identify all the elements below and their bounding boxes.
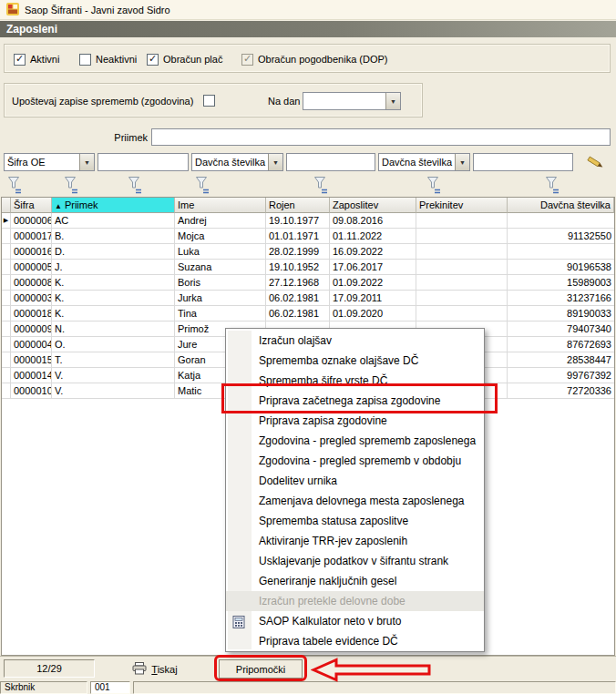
- column-header-davcna[interactable]: Davčna številka: [508, 198, 614, 213]
- statusbar-spacer: [133, 681, 616, 694]
- menu-item-label: Sprememba statusa zaposlitve: [259, 515, 408, 527]
- menu-item[interactable]: Generiranje naključnih gesel: [226, 571, 484, 591]
- app-icon: [6, 3, 19, 17]
- checkbox-neaktivni[interactable]: Neaktivni: [79, 53, 137, 66]
- menu-item[interactable]: Izračun olajšav: [226, 331, 484, 351]
- header-selector: [2, 198, 11, 213]
- table-cell: Andrej: [175, 213, 266, 229]
- menu-item-label: Zgodovina - pregled sprememb zaposlenega: [259, 434, 476, 447]
- table-row[interactable]: 0000016D.Luka28.02.199916.09.2022: [2, 244, 614, 260]
- table-cell: V.: [52, 383, 175, 399]
- column-filter-select-2[interactable]: Davčna številka: [191, 153, 283, 171]
- history-checkbox[interactable]: [203, 95, 215, 107]
- chevron-down-icon: [79, 154, 94, 170]
- menu-item-label: SAOP Kalkulator neto v bruto: [259, 615, 402, 628]
- table-cell: 90196538: [508, 260, 614, 275]
- table-cell: 17.06.2017: [330, 260, 416, 275]
- filter-funnel-icon[interactable]: [426, 176, 441, 194]
- menu-item[interactable]: Dodelitev urnika: [226, 471, 484, 491]
- table-row[interactable]: 0000017B.Mojca01.01.197101.11.2022911325…: [2, 229, 614, 244]
- table-cell: 99767392: [508, 368, 614, 383]
- table-cell: K.: [52, 306, 175, 321]
- table-cell: O.: [52, 337, 175, 352]
- checkbox-aktivni[interactable]: Aktivni: [14, 53, 59, 66]
- statusbar-user: Skrbnik: [0, 681, 87, 694]
- footer-bar: 12/29 Tiskaj Pripomočki: [0, 656, 616, 681]
- filter-funnel-icon[interactable]: [313, 176, 328, 194]
- column-header-label: Zaposlitev: [333, 199, 378, 210]
- column-filter-input-2[interactable]: [286, 153, 375, 171]
- table-cell: 31237166: [508, 291, 614, 306]
- table-cell: Suzana: [175, 260, 266, 275]
- column-filter-input-3[interactable]: [473, 153, 573, 171]
- table-cell: 0000010: [11, 383, 52, 399]
- table-cell: 0000017: [11, 229, 52, 244]
- menu-item[interactable]: Zgodovina - pregled sprememb v obdobju: [226, 451, 484, 471]
- titlebar: Saop Šifranti - Javni zavod Sidro: [0, 0, 616, 20]
- row-selector-cell: [2, 291, 11, 306]
- table-cell: 79407340: [508, 321, 614, 337]
- annotation-box-menu-item: [221, 383, 498, 413]
- column-header-priimek[interactable]: ▲Priimek: [52, 198, 175, 213]
- filter-funnel-icon[interactable]: [545, 176, 560, 194]
- checkbox-label: Neaktivni: [96, 54, 137, 65]
- menu-item[interactable]: Sprememba oznake olajšave DČ: [226, 351, 484, 371]
- filter-funnel-icon[interactable]: [64, 176, 78, 194]
- table-cell: 0000014: [11, 368, 52, 383]
- table-row[interactable]: 0000003K.Jurka06.02.198117.09.2011312371…: [2, 291, 614, 306]
- menu-item[interactable]: Priprava zapisa zgodovine: [226, 411, 484, 431]
- priimek-input[interactable]: [151, 128, 611, 146]
- table-cell: B.: [52, 229, 175, 244]
- table-cell: K.: [52, 291, 175, 306]
- menu-item[interactable]: Zamenjava delovnega mesta zaposlenega: [226, 491, 484, 511]
- table-cell: Luka: [175, 244, 266, 260]
- table-cell: 09.08.2016: [330, 213, 416, 229]
- statusbar-code: 001: [90, 681, 130, 694]
- pencil-icon[interactable]: [584, 155, 606, 170]
- app-window: Saop Šifranti - Javni zavod Sidro Zaposl…: [0, 0, 616, 694]
- table-row[interactable]: ▶0000006ACAndrej19.10.197709.08.2016: [2, 213, 614, 229]
- annotation-arrow: [311, 658, 433, 682]
- menu-item[interactable]: SAOP Kalkulator neto v bruto: [226, 611, 484, 631]
- column-header-label: Šifra: [14, 199, 35, 210]
- table-cell: N.: [52, 321, 175, 337]
- filter-funnel-icon[interactable]: [128, 176, 142, 194]
- table-cell: T.: [52, 352, 175, 368]
- table-cell: 28.02.1999: [266, 244, 330, 260]
- table-cell: 01.01.1971: [266, 229, 330, 244]
- column-filter-select-3[interactable]: Davčna številka: [378, 153, 470, 171]
- menu-item[interactable]: Priprava tabele evidence DČ: [226, 631, 484, 651]
- menu-item-label: Sprememba oznake olajšave DČ: [259, 354, 418, 367]
- row-selector-cell: ▶: [2, 213, 11, 229]
- column-header-sifra[interactable]: Šifra: [11, 198, 52, 213]
- table-row[interactable]: 0000008K.Boris27.12.196801.09.2022159890…: [2, 275, 614, 291]
- row-selector-cell: [2, 368, 11, 383]
- column-header-zaposlitev[interactable]: Zaposlitev: [330, 198, 416, 213]
- history-label: Upoštevaj zapise sprememb (zgodovina): [12, 96, 193, 107]
- table-cell: [416, 306, 508, 321]
- column-header-ime[interactable]: Ime: [175, 198, 266, 213]
- filter-funnel-icon[interactable]: [195, 176, 210, 194]
- checkbox-obracun-plac[interactable]: Obračun plač: [147, 53, 222, 66]
- menu-item[interactable]: Usklajevanje podatkov v šifrantu strank: [226, 551, 484, 571]
- column-header-rojen[interactable]: Rojen: [266, 198, 330, 213]
- table-row[interactable]: 0000005J.Suzana19.10.195217.06.201790196…: [2, 260, 614, 275]
- menu-item[interactable]: Zgodovina - pregled sprememb zaposlenega: [226, 431, 484, 451]
- column-header-prekinitev[interactable]: Prekinitev: [416, 198, 508, 213]
- column-filter-select-1[interactable]: Šifra OE: [4, 153, 95, 171]
- menu-item[interactable]: Sprememba statusa zaposlitve: [226, 511, 484, 531]
- column-header-label: Ime: [178, 199, 194, 210]
- menu-item[interactable]: Aktiviranje TRR-jev zaposlenih: [226, 531, 484, 551]
- menu-item-label: Priprava tabele evidence DČ: [259, 635, 398, 648]
- table-cell: J.: [52, 260, 175, 275]
- table-cell: 0000018: [11, 306, 52, 321]
- table-cell: 72720336: [508, 383, 614, 399]
- checkbox-label: Obračun plač: [163, 54, 222, 65]
- column-filter-input-1[interactable]: [98, 153, 189, 171]
- printer-icon: [132, 662, 147, 677]
- table-row[interactable]: 0000018K.Tina06.02.198101.09.20208919003…: [2, 306, 614, 321]
- filter-icon-row: [0, 174, 616, 196]
- na-dan-select[interactable]: [303, 92, 401, 110]
- filter-funnel-icon[interactable]: [7, 176, 22, 194]
- tiskaj-button[interactable]: Tiskaj: [117, 659, 193, 679]
